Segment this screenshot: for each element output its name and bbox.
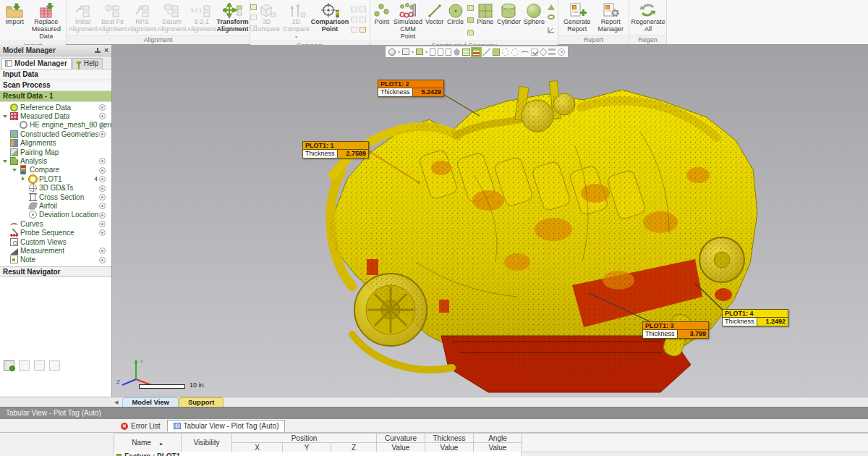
- tab-tabular-view[interactable]: Tabular View - Plot Tag (Auto): [167, 420, 286, 432]
- visibility-eye-icon[interactable]: [99, 104, 106, 111]
- 2d-compare-button[interactable]: 2D Compare ▾: [281, 1, 311, 41]
- section-result-data[interactable]: Result Data - 1: [0, 91, 111, 102]
- column-header-angle[interactable]: Angle: [474, 434, 522, 443]
- lasso-select-icon[interactable]: [521, 51, 529, 56]
- plot-tag-3[interactable]: PLOT1: 3 Thickness3.799: [642, 321, 709, 339]
- section-flag-icon[interactable]: [438, 48, 443, 56]
- engine-model[interactable]: [112, 45, 868, 397]
- column-header-thickness[interactable]: Thickness: [425, 434, 474, 443]
- section-input-data[interactable]: Input Data: [0, 69, 111, 80]
- table-view-icon[interactable]: [462, 48, 470, 56]
- cylinder-button[interactable]: Cylinder: [495, 1, 522, 41]
- view-cube-icon[interactable]: [402, 48, 409, 55]
- subcolumn-x[interactable]: X: [232, 443, 283, 452]
- column-header-position[interactable]: Position: [232, 434, 377, 443]
- replace-measured-data-button[interactable]: Replace Measured Data: [28, 1, 64, 41]
- expand-arrow-icon[interactable]: [3, 115, 7, 118]
- expand-arrow-icon[interactable]: [12, 169, 17, 172]
- sphere-button[interactable]: Sphere: [522, 1, 546, 41]
- result-navigator-header[interactable]: Result Navigator: [0, 266, 111, 277]
- line-select-icon[interactable]: [482, 48, 490, 56]
- comparison-point-button[interactable]: Comparison Point: [311, 1, 349, 41]
- tab-model-manager[interactable]: Model Manager: [1, 58, 72, 69]
- tab-help[interactable]: Help: [72, 58, 103, 69]
- plot-tag-1[interactable]: PLOT1: 1 Thickness2.7589: [302, 141, 369, 159]
- plot-tag-4[interactable]: PLOT1: 4 Thickness1.2492: [722, 309, 788, 326]
- visibility-eye-icon[interactable]: [99, 167, 106, 174]
- tree-item-custom-views[interactable]: Custom Views: [0, 237, 111, 246]
- tab-scroll-back-icon[interactable]: ◀: [114, 400, 118, 405]
- 3d-compare-button[interactable]: 3D Compare: [252, 1, 281, 41]
- vector-button[interactable]: Vector: [424, 1, 446, 41]
- subcolumn-curvature-value[interactable]: Value: [377, 443, 425, 452]
- regenerate-all-button[interactable]: Regenerate All: [631, 1, 665, 35]
- rps-alignment-button[interactable]: RPS Alignment: [127, 1, 157, 35]
- ellipse-select-icon[interactable]: [511, 48, 519, 56]
- compare-extra-tools[interactable]: [349, 1, 368, 41]
- subcolumn-z[interactable]: Z: [331, 443, 377, 452]
- table-row-feature-plot1[interactable]: Feature : PLOT1: [114, 452, 522, 456]
- column-header-name[interactable]: Name▲: [114, 434, 182, 452]
- circle-select-icon[interactable]: [502, 48, 509, 56]
- visibility-eye-icon[interactable]: [99, 185, 106, 192]
- tree-item-mesh[interactable]: HE engine_mesh_80 perc...: [0, 121, 111, 130]
- subcolumn-y[interactable]: Y: [283, 443, 331, 452]
- visibility-eye-icon[interactable]: [99, 194, 106, 200]
- visibility-eye-icon[interactable]: [99, 229, 106, 236]
- add-result-icon[interactable]: [4, 360, 14, 371]
- visibility-eye-icon[interactable]: [99, 113, 106, 119]
- plot-tag-2[interactable]: PLOT1: 2 Thickness5.2429: [378, 80, 444, 97]
- tab-error-list[interactable]: ✕ Error List: [114, 420, 167, 432]
- column-header-visibility[interactable]: Visibility: [182, 434, 232, 452]
- tree-item-compare[interactable]: Compare: [0, 166, 111, 174]
- simulated-cmm-point-button[interactable]: Simulated CMM Point: [392, 1, 424, 41]
- polygon-select-icon[interactable]: [539, 48, 547, 56]
- visibility-eye-icon[interactable]: [99, 203, 106, 209]
- rectangle-select-icon[interactable]: [493, 48, 500, 56]
- constructed-extra-tools-2[interactable]: [546, 1, 556, 41]
- tree-item-alignments[interactable]: Alignments: [0, 139, 111, 148]
- visible-only-select-icon[interactable]: [558, 48, 565, 56]
- report-manager-button[interactable]: Report Manager: [594, 1, 627, 35]
- datum-alignment-button[interactable]: Datum Alignment: [157, 1, 187, 35]
- visibility-eye-icon[interactable]: [99, 221, 106, 227]
- tree-item-probe-sequence[interactable]: Probe Sequence: [0, 228, 111, 237]
- pin-icon[interactable]: [94, 47, 101, 54]
- initial-alignment-button[interactable]: Initial Alignment: [68, 1, 98, 35]
- tree-item-cross-section[interactable]: Cross Section: [0, 193, 111, 201]
- visibility-eye-icon[interactable]: [99, 122, 106, 129]
- visibility-eye-icon[interactable]: [99, 212, 106, 219]
- constructed-extra-tools-1[interactable]: [466, 1, 475, 41]
- tab-support[interactable]: Support: [179, 397, 224, 407]
- 321-alignment-button[interactable]: 3 2 1 3-2-1 Alignment: [187, 1, 216, 35]
- import-button[interactable]: Import: [1, 1, 28, 41]
- subcolumn-thickness-value[interactable]: Value: [425, 443, 474, 452]
- visibility-eye-icon[interactable]: [99, 257, 106, 263]
- tab-model-view[interactable]: Model View: [122, 397, 179, 407]
- split-view-icon[interactable]: [446, 48, 451, 56]
- transform-alignment-button[interactable]: Transform Alignment: [216, 1, 249, 35]
- viewport-3d[interactable]: ▾ ▾ ▾ PLOT1: 1 Thickness2.7589 PLOT1: 2 …: [112, 45, 868, 397]
- section-plane-icon[interactable]: [430, 48, 435, 56]
- circle-button[interactable]: Circle: [446, 1, 466, 41]
- tree-item-measurement[interactable]: Measurement: [0, 246, 111, 255]
- shading-mode-icon[interactable]: [388, 48, 396, 56]
- camera-result-icon[interactable]: [34, 360, 45, 371]
- visibility-eye-icon[interactable]: [99, 131, 106, 138]
- subcolumn-angle-value[interactable]: Value: [474, 443, 522, 452]
- tree-item-note[interactable]: Note: [0, 256, 111, 264]
- plane-button[interactable]: Plane: [475, 1, 495, 41]
- point-button[interactable]: Point: [372, 1, 392, 41]
- expand-arrow-icon[interactable]: [3, 160, 7, 163]
- tree-item-measured-data[interactable]: Measured Data: [0, 111, 111, 120]
- dropdown-caret-icon[interactable]: ▾: [398, 49, 400, 54]
- tree-item-deviation-location[interactable]: Deviation Location: [0, 211, 111, 219]
- tree-item-pairing-map[interactable]: Pairing Map: [0, 148, 111, 156]
- close-icon[interactable]: ×: [104, 47, 109, 54]
- dropdown-caret-icon[interactable]: ▾: [412, 49, 414, 54]
- collapse-arrow-icon[interactable]: [22, 177, 25, 181]
- copy-result-icon[interactable]: [19, 360, 30, 371]
- export-result-icon[interactable]: [49, 360, 60, 371]
- visibility-eye-icon[interactable]: [99, 158, 106, 164]
- dropdown-caret-icon[interactable]: ▾: [425, 49, 427, 54]
